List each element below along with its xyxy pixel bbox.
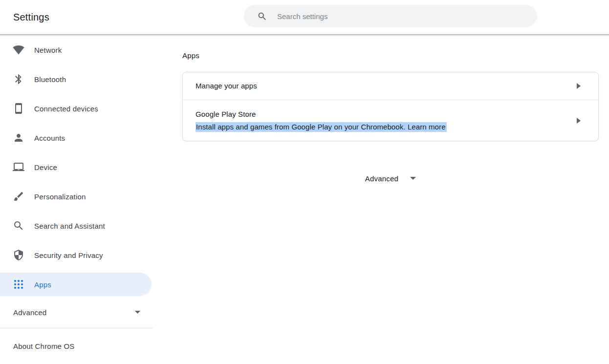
selected-text-highlight: Install apps and games from Google Play … — [196, 122, 447, 132]
sidebar-item-label: Accounts — [34, 134, 65, 142]
sidebar-advanced-label: Advanced — [13, 308, 46, 317]
advanced-section-toggle[interactable]: Advanced — [182, 171, 599, 186]
brush-icon — [13, 191, 24, 202]
sidebar-item-personalization[interactable]: Personalization — [0, 185, 152, 208]
sidebar-item-label: Bluetooth — [34, 75, 66, 84]
person-icon — [13, 132, 24, 144]
sidebar-item-accounts[interactable]: Accounts — [0, 126, 152, 150]
sidebar-item-bluetooth[interactable]: Bluetooth — [0, 67, 152, 91]
main-content: Apps Manage your apps Google Play Store … — [153, 34, 609, 364]
sidebar-item-about-chrome-os[interactable]: About Chrome OS — [0, 328, 153, 364]
sidebar-item-label: Apps — [34, 280, 51, 289]
shield-icon — [13, 249, 24, 261]
apps-settings-card: Manage your apps Google Play Store Insta… — [182, 72, 599, 141]
search-icon — [13, 220, 24, 232]
section-title: Apps — [182, 51, 599, 60]
sidebar-item-security-privacy[interactable]: Security and Privacy — [0, 243, 152, 267]
smartphone-icon — [13, 103, 24, 114]
sidebar-item-device[interactable]: Device — [0, 155, 152, 179]
sidebar-item-search-assistant[interactable]: Search and Assistant — [0, 214, 152, 237]
search-icon — [257, 11, 267, 21]
header: Settings — [0, 0, 609, 34]
row-subtitle: Install apps and games from Google Play … — [196, 121, 577, 132]
search-bar[interactable] — [244, 5, 537, 27]
row-title: Manage your apps — [196, 81, 577, 91]
sidebar-item-connected-devices[interactable]: Connected devices — [0, 97, 152, 120]
sidebar-item-network[interactable]: Network — [0, 38, 152, 62]
sidebar-item-label: Device — [34, 163, 57, 171]
about-label: About Chrome OS — [13, 342, 75, 350]
google-play-store-row[interactable]: Google Play Store Install apps and games… — [183, 100, 598, 141]
arrow-right-icon — [577, 83, 581, 89]
wifi-icon — [13, 44, 24, 56]
search-input[interactable] — [277, 12, 527, 21]
chevron-down-icon — [135, 311, 140, 314]
sidebar-nav: Network Bluetooth Connected devices Acco… — [0, 34, 153, 364]
page-title: Settings — [13, 12, 49, 23]
chevron-down-icon — [410, 177, 416, 180]
sidebar-advanced-toggle[interactable]: Advanced — [0, 302, 153, 322]
manage-your-apps-row[interactable]: Manage your apps — [183, 72, 598, 100]
advanced-label: Advanced — [365, 174, 398, 183]
bluetooth-icon — [13, 73, 24, 85]
laptop-icon — [13, 161, 24, 173]
sidebar-item-label: Personalization — [34, 193, 86, 201]
apps-grid-icon — [13, 278, 24, 290]
sidebar-item-apps[interactable]: Apps — [0, 273, 152, 296]
sidebar-item-label: Search and Assistant — [34, 222, 105, 230]
sidebar-item-label: Network — [34, 46, 62, 54]
sidebar-item-label: Security and Privacy — [34, 251, 103, 259]
sidebar-item-label: Connected devices — [34, 105, 98, 113]
arrow-right-icon — [577, 118, 581, 124]
row-title: Google Play Store — [196, 109, 577, 120]
